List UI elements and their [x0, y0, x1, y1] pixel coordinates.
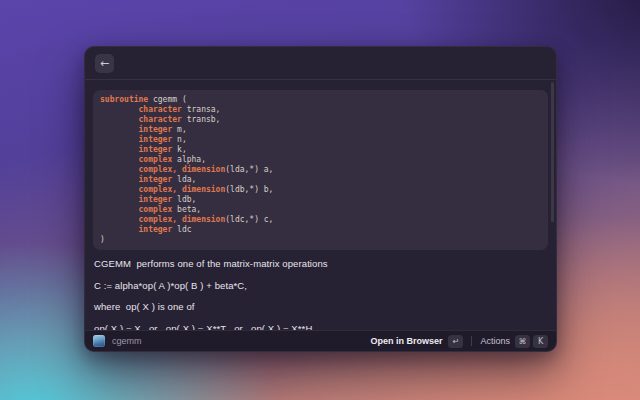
k-key: K [533, 335, 548, 348]
code-text [100, 125, 139, 134]
open-in-browser-label: Open in Browser [370, 336, 442, 346]
code-text [100, 135, 139, 144]
scrollbar[interactable] [551, 82, 554, 222]
description-text: CGEMM performs one of the matrix-matrix … [93, 259, 548, 330]
code-text: k, [172, 145, 186, 154]
code-line: integer m, [100, 125, 541, 135]
code-text: n, [172, 135, 186, 144]
code-line: complex alpha, [100, 155, 541, 165]
code-keyword: integer [139, 135, 173, 144]
code-line: complex, dimension(ldb,*) b, [100, 185, 541, 195]
code-line: character transb, [100, 115, 541, 125]
code-keyword: complex [139, 155, 173, 164]
footer-bar: cgemm Open in Browser ↵ Actions ⌘ K [85, 330, 556, 351]
code-keyword: integer [139, 125, 173, 134]
code-keyword: dimension [182, 165, 225, 174]
window-header: ← [85, 47, 556, 80]
code-text [100, 205, 139, 214]
code-text [100, 195, 139, 204]
code-text [100, 145, 139, 154]
back-button[interactable]: ← [95, 54, 114, 73]
code-text [100, 105, 139, 114]
desktop-background: ← subroutine cgemm ( character transa, c… [0, 0, 640, 400]
code-line: ) [100, 235, 541, 245]
description-paragraph: CGEMM performs one of the matrix-matrix … [94, 259, 547, 270]
code-keyword: dimension [182, 185, 225, 194]
code-text [100, 165, 139, 174]
query-label: cgemm [112, 336, 142, 346]
code-line: complex, dimension(ldc,*) c, [100, 215, 541, 225]
content-area: subroutine cgemm ( character transa, cha… [85, 80, 556, 330]
code-line: integer lda, [100, 175, 541, 185]
code-text [100, 115, 139, 124]
code-text: beta, [172, 205, 201, 214]
code-line: integer n, [100, 135, 541, 145]
code-line: complex beta, [100, 205, 541, 215]
code-line: subroutine cgemm ( [100, 95, 541, 105]
description-paragraph: where op( X ) is one of [94, 302, 547, 313]
code-block: subroutine cgemm ( character transa, cha… [93, 90, 548, 250]
code-keyword: character [139, 115, 182, 124]
footer-right: Open in Browser ↵ Actions ⌘ K [370, 335, 548, 348]
footer-left: cgemm [93, 335, 142, 347]
code-text: (ldb,*) b, [225, 185, 273, 194]
code-keyword: dimension [182, 215, 225, 224]
description-paragraph: op( X ) = X or op( X ) = X**T or op( X )… [94, 324, 547, 331]
code-text: alpha, [172, 155, 206, 164]
code-text [100, 175, 139, 184]
code-text: ldb, [172, 195, 196, 204]
back-arrow-icon: ← [100, 54, 109, 73]
app-icon [93, 335, 105, 347]
code-line: integer ldc [100, 225, 541, 235]
actions-button[interactable]: Actions ⌘ K [480, 335, 548, 348]
code-text: lda, [172, 175, 196, 184]
code-text: ) [100, 235, 105, 244]
code-keyword: character [139, 105, 182, 114]
code-keyword: complex, [139, 215, 178, 224]
code-line: integer ldb, [100, 195, 541, 205]
code-keyword: integer [139, 145, 173, 154]
actions-label: Actions [480, 336, 510, 346]
code-line: complex, dimension(lda,*) a, [100, 165, 541, 175]
code-text: m, [172, 125, 186, 134]
code-keyword: integer [139, 175, 173, 184]
open-in-browser-button[interactable]: Open in Browser ↵ [370, 335, 463, 348]
code-text: (lda,*) a, [225, 165, 273, 174]
code-text: (ldc,*) c, [225, 215, 273, 224]
code-line: integer k, [100, 145, 541, 155]
return-key-icon: ↵ [448, 335, 463, 348]
code-text [100, 225, 139, 234]
description-paragraph: C := alpha*op( A )*op( B ) + beta*C, [94, 281, 547, 292]
code-text: transa, [182, 105, 221, 114]
command-key-icon: ⌘ [515, 335, 530, 348]
code-keyword: integer [139, 195, 173, 204]
docs-window: ← subroutine cgemm ( character transa, c… [84, 46, 557, 352]
code-keyword: complex, [139, 185, 178, 194]
code-line: character transa, [100, 105, 541, 115]
code-text [100, 185, 139, 194]
code-keyword: complex [139, 205, 173, 214]
code-text [100, 155, 139, 164]
code-keyword: integer [139, 225, 173, 234]
code-keyword: subroutine [100, 95, 148, 104]
code-keyword: complex, [139, 165, 178, 174]
footer-divider [471, 336, 472, 346]
code-text: transb, [182, 115, 221, 124]
code-text [100, 215, 139, 224]
code-text: ldc [172, 225, 191, 234]
code-text: cgemm ( [148, 95, 187, 104]
